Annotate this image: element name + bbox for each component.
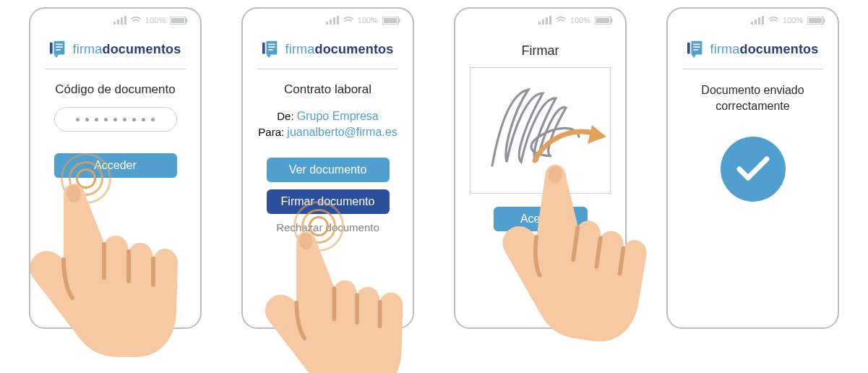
accept-button[interactable]: Aceptar: [494, 207, 588, 231]
app-logo: firmadocumentos: [256, 40, 400, 59]
phone-step-1: 100% firmadocumentos Código de documento…: [29, 7, 202, 329]
status-bar: 100%: [326, 16, 401, 25]
to-value: juanalberto@firma.es: [287, 126, 397, 138]
clear-link[interactable]: Borrar: [468, 239, 612, 251]
logo-icon: [687, 40, 705, 59]
doc-title: Contrato laboral: [256, 82, 400, 97]
signal-icon: [538, 16, 551, 25]
signature-scribble-icon: [470, 68, 611, 194]
battery-pct: 100%: [570, 16, 590, 25]
doc-code-heading: Código de documento: [43, 82, 187, 97]
battery-pct: 100%: [145, 16, 166, 25]
status-bar: 100%: [751, 16, 826, 25]
from-label: De:: [277, 110, 297, 122]
reject-doc-link[interactable]: Rechazar documento: [256, 221, 400, 233]
wifi-icon: [131, 16, 141, 25]
divider: [682, 69, 823, 69]
access-button[interactable]: Acceder: [54, 153, 177, 178]
view-doc-button[interactable]: Ver documento: [267, 158, 390, 182]
battery-pct: 100%: [358, 16, 378, 25]
status-bar: 100%: [113, 16, 189, 25]
signal-icon: [326, 16, 339, 25]
battery-icon: [170, 17, 189, 25]
signal-icon: [113, 16, 126, 25]
sign-doc-button[interactable]: Firmar documento: [267, 189, 390, 214]
phone-step-3: 100% Firmar Aceptar Borrar: [454, 7, 627, 329]
app-logo: firmadocumentos: [43, 40, 187, 59]
logo-icon: [262, 40, 280, 59]
doc-code-input[interactable]: [54, 107, 177, 132]
wifi-icon: [343, 16, 353, 25]
hand-icon: [23, 162, 182, 373]
divider: [257, 69, 398, 69]
wifi-icon: [768, 16, 778, 25]
battery-pct: 100%: [783, 16, 803, 25]
battery-icon: [382, 17, 401, 25]
logo-icon: [49, 40, 68, 59]
hand-icon: [259, 210, 407, 373]
battery-icon: [807, 17, 826, 25]
wifi-icon: [556, 16, 566, 25]
success-message: Documento enviado correctamente: [681, 82, 825, 115]
status-bar: 100%: [538, 16, 614, 25]
battery-icon: [595, 17, 614, 25]
phone-step-4: 100% firmadocumentos Documento enviado c…: [666, 7, 839, 329]
success-check-icon: [721, 137, 786, 202]
signature-pad[interactable]: [470, 67, 611, 194]
divider: [45, 69, 186, 69]
from-value: Grupo Empresa: [297, 110, 379, 122]
signal-icon: [751, 16, 764, 25]
phone-step-2: 100% firmadocumentos Contrato laboral De…: [241, 7, 414, 329]
to-label: Para:: [258, 126, 287, 138]
sign-title: Firmar: [468, 43, 612, 59]
app-logo: firmadocumentos: [681, 40, 825, 59]
